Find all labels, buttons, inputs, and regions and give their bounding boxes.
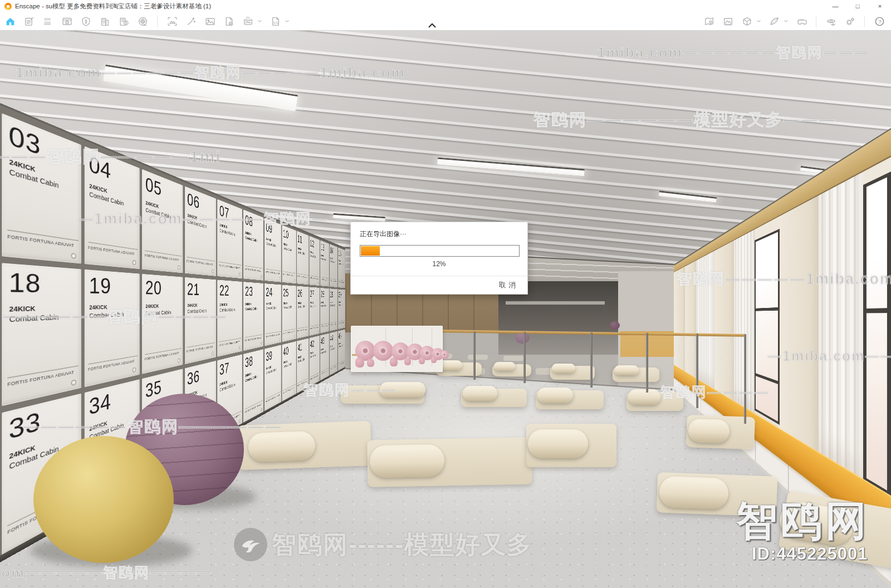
close-button[interactable]: × xyxy=(869,0,891,12)
locker-cabinet: 08 24KICK Combat Cabin FORTIS FORTUNA AD… xyxy=(243,209,263,280)
maximize-button[interactable]: □ xyxy=(846,0,869,12)
help-icon[interactable]: ? xyxy=(873,15,885,27)
barre-post xyxy=(696,334,698,408)
window xyxy=(755,229,780,425)
locker-brand: 24KICK xyxy=(330,301,337,304)
lock-icon xyxy=(239,419,241,423)
weight-plate xyxy=(440,350,449,359)
locker-motto: FORTIS FORTUNA ADIUVAT xyxy=(187,342,215,353)
minimize-button[interactable]: — xyxy=(824,0,846,12)
locker-motto: FORTIS FORTUNA ADIUVAT xyxy=(88,355,138,372)
locker-number: 20 xyxy=(145,278,183,297)
lock-icon xyxy=(344,365,345,367)
render-viewport[interactable]: 03 24KICK Combat Cabin FORTIS FORTUNA AD… xyxy=(0,31,891,588)
locker-number: 18 xyxy=(8,269,81,297)
lock-icon xyxy=(294,390,295,393)
document-export-icon[interactable] xyxy=(223,15,235,27)
locker-cabinet: 28 24KICK Combat Cabin FORTIS FORTUNA AD… xyxy=(320,288,329,334)
kettlebell xyxy=(390,357,398,366)
barre-post xyxy=(523,332,526,383)
lock-icon xyxy=(133,260,136,265)
cube-3d-icon[interactable] xyxy=(741,15,753,27)
locker-cabinet: 18 24KICK Combat Cabin FORTIS FORTUNA AD… xyxy=(2,263,81,406)
locker-brand: 24KICK xyxy=(298,301,309,305)
locker-brand: 24KICK xyxy=(89,303,139,311)
building-update-icon[interactable] xyxy=(118,15,130,27)
settings-gear-icon[interactable] xyxy=(844,15,856,27)
kettlebell xyxy=(419,357,425,364)
lock-icon xyxy=(307,384,308,386)
magic-wand-icon[interactable] xyxy=(185,15,197,27)
locker-motto: FORTIS FORTUNA ADIUVAT xyxy=(321,323,329,327)
image-export-icon[interactable] xyxy=(204,15,216,27)
locker-number: 14 xyxy=(330,246,337,257)
lock-icon xyxy=(261,341,262,345)
locker-cabinet: 45 24KICK Combat Cabin FORTIS FORTUNA AD… xyxy=(338,330,345,371)
bolster-pillow xyxy=(380,382,425,398)
toolbar-divider xyxy=(157,16,158,27)
lock-icon xyxy=(336,326,337,329)
panorama-360-icon[interactable]: 360 xyxy=(242,15,254,27)
lock-icon xyxy=(212,351,214,355)
home-icon[interactable] xyxy=(4,15,16,27)
locker-cabin-label: Combat Cabin xyxy=(310,305,320,308)
screenshot-capture-icon[interactable] xyxy=(166,15,178,27)
lock-icon xyxy=(307,281,308,283)
locker-number: 15 xyxy=(339,249,345,259)
kettlebell xyxy=(355,357,364,367)
document-notes-icon[interactable] xyxy=(23,15,35,27)
chevron-down-icon[interactable] xyxy=(784,19,789,23)
chevron-down-icon[interactable] xyxy=(756,19,761,23)
locker-cabinet: 26 24KICK Combat Cabin FORTIS FORTUNA AD… xyxy=(297,286,309,339)
locker-motto: FORTIS FORTUNA ADIUVAT xyxy=(145,250,182,262)
locker-cabinet: 15 24KICK Combat Cabin FORTIS FORTUNA AD… xyxy=(338,247,345,288)
svg-text:360: 360 xyxy=(245,17,249,19)
bolster-pillow xyxy=(688,419,730,444)
locker-motto: FORTIS FORTUNA ADIUVAT xyxy=(339,320,345,324)
locker-motto: FORTIS FORTUNA ADIUVAT xyxy=(145,348,182,361)
visual-settings-icon[interactable] xyxy=(825,15,837,27)
locker-brand: 24KICK xyxy=(321,301,329,304)
locker-cabinet: 11 24KICK Combat Cabin FORTIS FORTUNA AD… xyxy=(297,231,309,285)
locker-cabin-label: Combat Cabin xyxy=(187,308,216,314)
weight-plate xyxy=(373,341,393,361)
lock-icon xyxy=(239,272,241,276)
barre-post xyxy=(646,333,648,393)
storage-shelf xyxy=(351,326,443,372)
locker-number: 43 xyxy=(321,335,329,346)
locker-brand: 24KICK xyxy=(339,301,345,303)
lock-icon xyxy=(336,369,337,371)
locker-cabinet: 41 24KICK Combat Cabin FORTIS FORTUNA AD… xyxy=(297,338,309,394)
map-location-icon[interactable] xyxy=(703,15,715,27)
exercise-ball-yellow xyxy=(33,436,174,563)
collapse-view-button[interactable] xyxy=(427,21,438,31)
lock-icon xyxy=(294,335,295,337)
svg-text:EXE: EXE xyxy=(273,22,278,24)
bolster-pillow xyxy=(248,431,316,462)
bolster-pillow xyxy=(628,389,660,405)
bolster-pillow xyxy=(494,362,515,371)
locker-cabinet: 38 24KICK Combat Cabin FORTIS FORTUNA AD… xyxy=(243,349,263,423)
locker-cabin-label: Combat Cabin xyxy=(89,311,139,320)
locker-cabinet: 44 24KICK Combat Cabin FORTIS FORTUNA AD… xyxy=(330,331,337,376)
render-reel-icon[interactable] xyxy=(136,15,149,27)
chevron-down-icon[interactable] xyxy=(285,19,290,23)
texture-image-icon[interactable] xyxy=(722,15,734,27)
exe-standalone-icon[interactable]: EXE xyxy=(269,15,281,27)
locker-cabinet: 19 24KICK Combat Cabin FORTIS FORTUNA AD… xyxy=(84,270,139,388)
cancel-button[interactable]: 取消 xyxy=(499,281,518,290)
locker-number: 29 xyxy=(330,290,337,298)
locker-cabin-label: Combat Cabin xyxy=(330,304,337,307)
locker-motto: FORTIS FORTUNA ADIUVAT xyxy=(297,273,308,278)
locker-brand: 24KICK xyxy=(245,302,263,306)
chevron-down-icon[interactable] xyxy=(257,19,262,23)
vr-headset-icon[interactable] xyxy=(795,15,807,27)
lock-icon xyxy=(279,277,280,280)
locker-number: 38 xyxy=(245,351,263,369)
building-library-icon[interactable] xyxy=(99,15,111,27)
wing-feather-icon[interactable] xyxy=(768,15,780,27)
asset-shield-icon[interactable] xyxy=(80,15,92,27)
svg-text:?: ? xyxy=(878,18,881,24)
material-viewer-icon[interactable] xyxy=(61,15,73,27)
bim-panel-icon[interactable]: BIM xyxy=(42,15,54,27)
